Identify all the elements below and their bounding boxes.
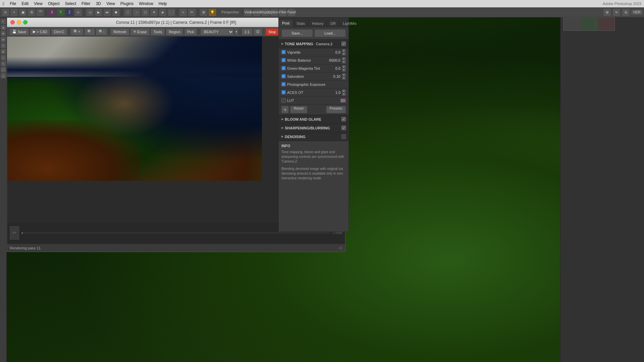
vignette-up[interactable]: ▲ — [342, 49, 346, 52]
saturation-down[interactable]: ▼ — [342, 76, 346, 80]
denoising-checkbox[interactable] — [341, 134, 346, 139]
toolbar-icon-right-3[interactable]: ⊟ — [622, 8, 630, 16]
menu-file[interactable]: File — [10, 1, 16, 6]
toolbar-icon-4[interactable]: ⚙ — [28, 8, 36, 16]
left-icon-8[interactable]: ∿ — [1, 61, 6, 66]
toolbar-filter-btn[interactable]: Filter — [279, 8, 287, 16]
toolbar-icon-playback[interactable]: ⏭ — [103, 8, 111, 16]
save-button[interactable]: 💾 Save — [9, 28, 29, 36]
vignette-checkbox[interactable]: ✓ — [281, 50, 286, 54]
toolbar-icon-z[interactable]: Z — [65, 8, 73, 16]
menu-select[interactable]: Select — [65, 1, 76, 6]
toolbar-icon-render-small[interactable]: 💡 — [208, 8, 216, 16]
sharpening-section-header[interactable]: ▶ SHARPENING/BLURRING ✓ — [279, 124, 348, 132]
tab-dr[interactable]: DR — [327, 20, 339, 27]
menu-view[interactable]: View — [34, 1, 43, 6]
toolbar-icon-cam[interactable]: ◈ — [159, 8, 167, 16]
white-balance-up[interactable]: ▲ — [342, 57, 346, 60]
white-balance-down[interactable]: ▼ — [342, 60, 346, 64]
menu-help[interactable]: Help — [159, 1, 167, 6]
presets-button[interactable]: Presets — [326, 106, 346, 113]
zoom-fit-button[interactable]: 🔍 — [84, 28, 95, 36]
saturation-checkbox[interactable]: ✓ — [281, 74, 286, 78]
lut-color-indicator[interactable] — [340, 99, 346, 103]
toolbar-icon-x[interactable]: X — [48, 8, 56, 16]
refresh-button[interactable]: Refresh — [110, 28, 129, 36]
left-icon-4[interactable]: ⊕ — [1, 37, 6, 42]
toolbar-icon-3[interactable]: ▣ — [19, 8, 27, 16]
tab-lightmix[interactable]: LightMix — [339, 20, 360, 27]
menu-filter[interactable]: Filter — [82, 1, 91, 6]
white-balance-checkbox[interactable]: ✓ — [281, 58, 286, 62]
left-icon-10[interactable]: △ — [1, 73, 6, 78]
left-icon-9[interactable]: ⬡ — [1, 67, 6, 72]
toolbar-options-btn[interactable]: Options — [270, 8, 278, 16]
saturation-up[interactable]: ▲ — [342, 73, 346, 76]
toolbar-icon-spline[interactable]: ∿ — [179, 8, 187, 16]
green-magenta-up[interactable]: ▲ — [342, 65, 346, 68]
toolbar-icon-paint[interactable]: ✏ — [188, 8, 196, 16]
left-icon-7[interactable]: ⊃ — [1, 55, 6, 60]
aces-ot-checkbox[interactable]: ✓ — [281, 90, 286, 95]
denoising-section-header[interactable]: ▶ DENOISING — [279, 132, 348, 141]
c4d-export-button[interactable]: ▶ > C4D — [30, 28, 50, 36]
pick-button[interactable]: Pick — [184, 28, 197, 36]
tab-history[interactable]: History — [309, 20, 327, 27]
menu-object[interactable]: Object — [48, 1, 60, 6]
photographic-exposure-checkbox[interactable]: ✓ — [281, 82, 286, 86]
toolbar-cameras-btn[interactable]: Cameras — [253, 8, 261, 16]
left-icon-1[interactable]: ↖ — [1, 19, 6, 24]
toolbar-icon-light[interactable]: ✦ — [150, 8, 158, 16]
ps-layer-thumb-3[interactable] — [598, 17, 615, 31]
toolbar-icon-record[interactable]: ⏺ — [112, 8, 120, 16]
toolbar-icon-sphere[interactable]: ○ — [132, 8, 141, 16]
toolbar-icon-right-2[interactable]: ↻ — [612, 8, 621, 16]
aces-ot-up[interactable]: ▲ — [342, 89, 346, 93]
zoom-out-button[interactable]: 🔍- — [96, 28, 108, 36]
toolbar-icon-abc[interactable]: ∞ — [74, 8, 82, 16]
close-button[interactable] — [10, 20, 15, 24]
menu-view2[interactable]: View — [106, 1, 115, 6]
left-icon-3[interactable]: ✥ — [1, 31, 6, 36]
apple-menu-icon[interactable]:  — [3, 1, 4, 6]
green-magenta-spinner[interactable]: ▲ ▼ — [342, 65, 346, 72]
erase-button[interactable]: ✕ Erase — [130, 28, 150, 36]
add-preset-button[interactable]: + — [281, 106, 289, 113]
toolbar-icon-nodes[interactable]: ⋮⋮ — [167, 8, 175, 16]
region-button[interactable]: Region — [166, 28, 183, 36]
ps-layer-thumb-1[interactable] — [563, 17, 580, 31]
load-btn[interactable]: Load... — [314, 29, 346, 37]
saturation-spinner[interactable]: ▲ ▼ — [342, 73, 346, 80]
toolbar-icon-5[interactable]: 🎬 — [36, 8, 44, 16]
left-icon-2[interactable]: ◈ — [1, 25, 6, 30]
tab-post[interactable]: Post — [279, 20, 293, 27]
stop-button[interactable]: Stop — [265, 28, 279, 36]
toolbar-icon-snap[interactable]: ⊞ — [200, 8, 208, 16]
green-magenta-checkbox[interactable]: ✓ — [281, 66, 286, 70]
toolbar-icon-right-1[interactable]: ⊞ — [603, 8, 611, 16]
toolbar-icon-2[interactable]: + — [10, 8, 18, 16]
toolbar-panel-btn[interactable]: Panel — [287, 8, 296, 16]
ctrl-c-button[interactable]: Ctrl+C — [51, 28, 67, 36]
bloom-glare-checkbox[interactable]: ✓ — [341, 117, 346, 121]
left-icon-6[interactable]: ⊞ — [1, 49, 6, 54]
aces-ot-spinner[interactable]: ▲ ▼ — [342, 89, 346, 96]
ps-layer-thumb-2[interactable] — [581, 17, 597, 31]
bloom-glare-section-header[interactable]: ▶ BLOOM AND GLARE ✓ — [279, 115, 348, 124]
lut-checkbox[interactable] — [281, 98, 286, 103]
zoom-in-button[interactable]: 🔍+ — [70, 28, 83, 36]
tone-mapping-section-header[interactable]: ▶ TONE MAPPING Camera.2 ✓ — [279, 40, 348, 48]
toolbar-icon-cube[interactable]: □ — [124, 8, 132, 16]
beauty-dropdown-arrow[interactable]: ▼ — [234, 28, 238, 36]
green-magenta-down[interactable]: ▼ — [342, 68, 346, 72]
timeline-cursor[interactable] — [22, 232, 22, 234]
toolbar-icon-y[interactable]: Y — [57, 8, 65, 16]
timeline-bar[interactable] — [22, 232, 330, 234]
tab-stats[interactable]: Stats — [293, 20, 309, 27]
maximize-button[interactable] — [23, 20, 28, 24]
reset-button[interactable]: Reset — [290, 106, 307, 113]
sharpening-checkbox[interactable]: ✓ — [341, 126, 346, 130]
toolbar-icon-play[interactable]: ▶ — [95, 8, 103, 16]
beauty-select[interactable]: BEAUTY — [200, 28, 234, 36]
white-balance-spinner[interactable]: ▲ ▼ — [342, 57, 346, 64]
